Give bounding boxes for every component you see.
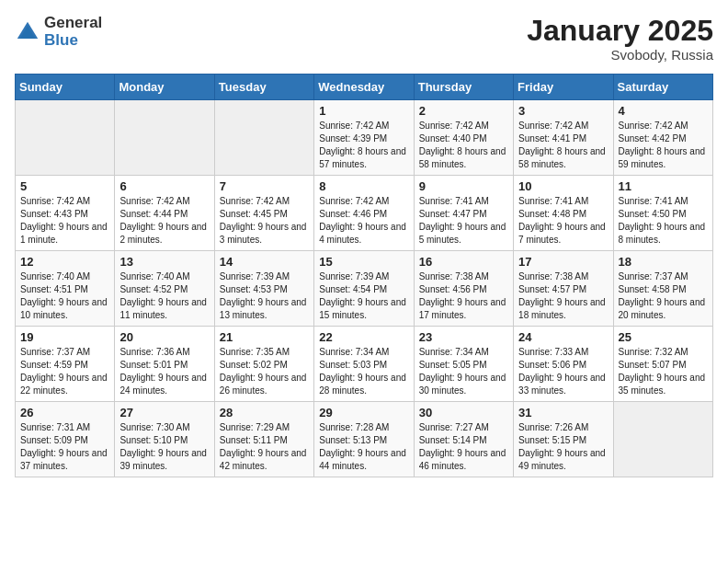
day-number: 26: [20, 406, 109, 419]
calendar-cell: 20Sunrise: 7:36 AM Sunset: 5:01 PM Dayli…: [115, 327, 214, 402]
calendar-week-3: 12Sunrise: 7:40 AM Sunset: 4:51 PM Dayli…: [16, 251, 713, 327]
day-number: 19: [20, 330, 109, 344]
month-title: January 2025: [527, 15, 713, 47]
day-info: Sunrise: 7:37 AM Sunset: 4:58 PM Dayligh…: [619, 270, 708, 322]
calendar-cell: 19Sunrise: 7:37 AM Sunset: 4:59 PM Dayli…: [16, 327, 115, 402]
day-number: 24: [518, 330, 608, 344]
calendar-cell: 13Sunrise: 7:40 AM Sunset: 4:52 PM Dayli…: [115, 251, 214, 327]
calendar-cell: 27Sunrise: 7:30 AM Sunset: 5:10 PM Dayli…: [115, 402, 214, 477]
day-number: 7: [220, 179, 309, 193]
page-header: General Blue January 2025 Svobody, Russi…: [15, 15, 713, 63]
calendar-cell: 10Sunrise: 7:41 AM Sunset: 4:48 PM Dayli…: [514, 176, 613, 251]
calendar-cell: 29Sunrise: 7:28 AM Sunset: 5:13 PM Dayli…: [314, 402, 414, 477]
calendar-cell: 22Sunrise: 7:34 AM Sunset: 5:03 PM Dayli…: [314, 327, 414, 402]
calendar-cell: 3Sunrise: 7:42 AM Sunset: 4:41 PM Daylig…: [514, 100, 613, 176]
day-number: 6: [119, 179, 209, 193]
day-info: Sunrise: 7:35 AM Sunset: 5:02 PM Dayligh…: [220, 346, 309, 397]
day-info: Sunrise: 7:41 AM Sunset: 4:47 PM Dayligh…: [419, 195, 508, 247]
day-info: Sunrise: 7:42 AM Sunset: 4:42 PM Dayligh…: [619, 120, 708, 171]
day-info: Sunrise: 7:31 AM Sunset: 5:09 PM Dayligh…: [20, 421, 109, 473]
calendar-cell: 12Sunrise: 7:40 AM Sunset: 4:51 PM Dayli…: [16, 251, 115, 327]
calendar-cell: 25Sunrise: 7:32 AM Sunset: 5:07 PM Dayli…: [613, 327, 712, 402]
calendar-cell: 26Sunrise: 7:31 AM Sunset: 5:09 PM Dayli…: [16, 402, 115, 477]
day-info: Sunrise: 7:37 AM Sunset: 4:59 PM Dayligh…: [20, 346, 109, 397]
day-info: Sunrise: 7:39 AM Sunset: 4:53 PM Dayligh…: [220, 270, 309, 322]
calendar-week-2: 5Sunrise: 7:42 AM Sunset: 4:43 PM Daylig…: [16, 176, 713, 251]
day-info: Sunrise: 7:27 AM Sunset: 5:14 PM Dayligh…: [419, 421, 508, 473]
day-info: Sunrise: 7:42 AM Sunset: 4:41 PM Dayligh…: [518, 120, 608, 171]
calendar-cell: 23Sunrise: 7:34 AM Sunset: 5:05 PM Dayli…: [414, 327, 513, 402]
location: Svobody, Russia: [527, 47, 713, 63]
day-info: Sunrise: 7:30 AM Sunset: 5:10 PM Dayligh…: [119, 421, 209, 473]
calendar-cell: 28Sunrise: 7:29 AM Sunset: 5:11 PM Dayli…: [214, 402, 313, 477]
day-number: 28: [220, 406, 309, 419]
calendar-table: SundayMondayTuesdayWednesdayThursdayFrid…: [15, 74, 713, 477]
day-info: Sunrise: 7:42 AM Sunset: 4:40 PM Dayligh…: [419, 120, 508, 171]
day-info: Sunrise: 7:34 AM Sunset: 5:03 PM Dayligh…: [319, 346, 408, 397]
day-info: Sunrise: 7:39 AM Sunset: 4:54 PM Dayligh…: [319, 270, 408, 322]
day-number: 9: [419, 179, 508, 193]
day-number: 18: [619, 255, 708, 269]
day-number: 5: [20, 179, 109, 193]
calendar-cell: 31Sunrise: 7:26 AM Sunset: 5:15 PM Dayli…: [514, 402, 613, 477]
day-number: 27: [119, 406, 209, 419]
calendar-cell: 1Sunrise: 7:42 AM Sunset: 4:39 PM Daylig…: [314, 100, 414, 176]
calendar-cell: 14Sunrise: 7:39 AM Sunset: 4:53 PM Dayli…: [214, 251, 313, 327]
day-number: 22: [319, 330, 408, 344]
day-number: 25: [619, 330, 708, 344]
day-info: Sunrise: 7:42 AM Sunset: 4:45 PM Dayligh…: [220, 195, 309, 247]
logo: General Blue: [15, 15, 102, 49]
calendar-cell: [16, 100, 115, 176]
day-info: Sunrise: 7:33 AM Sunset: 5:06 PM Dayligh…: [518, 346, 608, 397]
calendar-cell: 6Sunrise: 7:42 AM Sunset: 4:44 PM Daylig…: [115, 176, 214, 251]
calendar-cell: 16Sunrise: 7:38 AM Sunset: 4:56 PM Dayli…: [414, 251, 513, 327]
col-header-thursday: Thursday: [414, 75, 513, 100]
day-number: 12: [20, 255, 109, 269]
col-header-wednesday: Wednesday: [314, 75, 414, 100]
calendar-week-1: 1Sunrise: 7:42 AM Sunset: 4:39 PM Daylig…: [16, 100, 713, 176]
day-number: 14: [220, 255, 309, 269]
calendar-cell: 11Sunrise: 7:41 AM Sunset: 4:50 PM Dayli…: [613, 176, 712, 251]
calendar-cell: 2Sunrise: 7:42 AM Sunset: 4:40 PM Daylig…: [414, 100, 513, 176]
day-number: 16: [419, 255, 508, 269]
calendar-week-5: 26Sunrise: 7:31 AM Sunset: 5:09 PM Dayli…: [16, 402, 713, 477]
day-number: 11: [619, 179, 708, 193]
calendar-cell: 8Sunrise: 7:42 AM Sunset: 4:46 PM Daylig…: [314, 176, 414, 251]
day-info: Sunrise: 7:42 AM Sunset: 4:39 PM Dayligh…: [319, 120, 408, 171]
calendar-week-4: 19Sunrise: 7:37 AM Sunset: 4:59 PM Dayli…: [16, 327, 713, 402]
day-info: Sunrise: 7:28 AM Sunset: 5:13 PM Dayligh…: [319, 421, 408, 473]
col-header-monday: Monday: [115, 75, 214, 100]
calendar-cell: 4Sunrise: 7:42 AM Sunset: 4:42 PM Daylig…: [613, 100, 712, 176]
day-number: 1: [319, 104, 408, 118]
day-number: 23: [419, 330, 508, 344]
calendar-cell: [115, 100, 214, 176]
day-number: 10: [518, 179, 608, 193]
col-header-friday: Friday: [514, 75, 613, 100]
calendar-cell: 5Sunrise: 7:42 AM Sunset: 4:43 PM Daylig…: [16, 176, 115, 251]
day-number: 30: [419, 406, 508, 419]
day-info: Sunrise: 7:38 AM Sunset: 4:56 PM Dayligh…: [419, 270, 508, 322]
day-number: 20: [119, 330, 209, 344]
day-info: Sunrise: 7:32 AM Sunset: 5:07 PM Dayligh…: [619, 346, 708, 397]
logo-icon: [15, 19, 40, 45]
calendar-cell: 21Sunrise: 7:35 AM Sunset: 5:02 PM Dayli…: [214, 327, 313, 402]
day-number: 21: [220, 330, 309, 344]
day-info: Sunrise: 7:40 AM Sunset: 4:52 PM Dayligh…: [119, 270, 209, 322]
day-number: 8: [319, 179, 408, 193]
day-number: 3: [518, 104, 608, 118]
logo-blue: Blue: [44, 32, 102, 50]
day-info: Sunrise: 7:34 AM Sunset: 5:05 PM Dayligh…: [419, 346, 508, 397]
day-info: Sunrise: 7:26 AM Sunset: 5:15 PM Dayligh…: [518, 421, 608, 473]
day-info: Sunrise: 7:41 AM Sunset: 4:50 PM Dayligh…: [619, 195, 708, 247]
day-number: 29: [319, 406, 408, 419]
calendar-cell: 17Sunrise: 7:38 AM Sunset: 4:57 PM Dayli…: [514, 251, 613, 327]
day-info: Sunrise: 7:42 AM Sunset: 4:46 PM Dayligh…: [319, 195, 408, 247]
day-info: Sunrise: 7:36 AM Sunset: 5:01 PM Dayligh…: [119, 346, 209, 397]
calendar-cell: 30Sunrise: 7:27 AM Sunset: 5:14 PM Dayli…: [414, 402, 513, 477]
day-info: Sunrise: 7:29 AM Sunset: 5:11 PM Dayligh…: [220, 421, 309, 473]
calendar-cell: 15Sunrise: 7:39 AM Sunset: 4:54 PM Dayli…: [314, 251, 414, 327]
calendar-cell: 9Sunrise: 7:41 AM Sunset: 4:47 PM Daylig…: [414, 176, 513, 251]
col-header-tuesday: Tuesday: [214, 75, 313, 100]
col-header-sunday: Sunday: [16, 75, 115, 100]
col-header-saturday: Saturday: [613, 75, 712, 100]
